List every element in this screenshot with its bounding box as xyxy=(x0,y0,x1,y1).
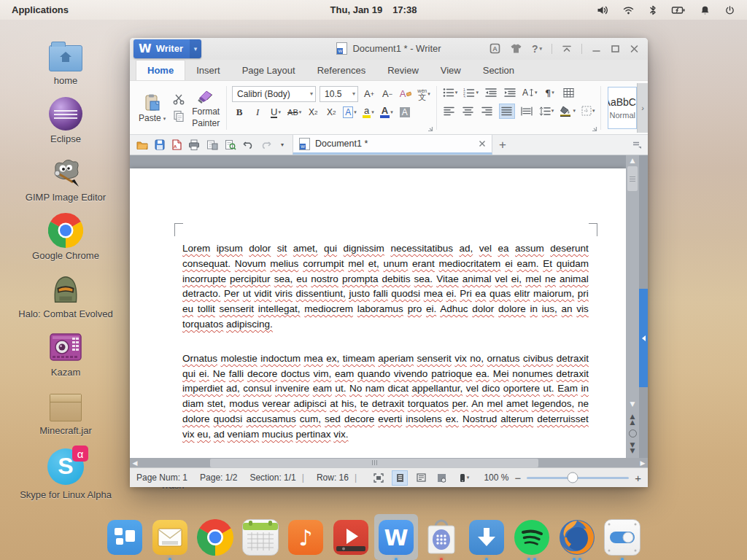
tab-home[interactable]: Home xyxy=(136,60,185,80)
web-layout-view-button[interactable] xyxy=(434,471,449,485)
dock-item-switchboard[interactable] xyxy=(603,518,641,560)
dock-item-multitasking[interactable] xyxy=(106,518,144,560)
font-color-button[interactable]: A▾ xyxy=(379,106,394,120)
decrease-indent-button[interactable] xyxy=(484,86,498,100)
previous-page-icon[interactable]: ▲▲ xyxy=(630,413,635,425)
distribute-button[interactable] xyxy=(519,104,534,118)
bluetooth-icon[interactable] xyxy=(649,4,657,16)
zoom-slider-handle[interactable] xyxy=(568,472,578,483)
zoom-in-button[interactable]: + xyxy=(635,472,641,484)
paragraph-2[interactable]: Ornatus molestie indoctum mea ex, timeam… xyxy=(182,351,589,443)
dock-item-appcenter[interactable] xyxy=(422,518,460,560)
scroll-down-icon[interactable]: ▼ xyxy=(630,399,635,409)
character-shading-button[interactable]: A xyxy=(398,106,412,120)
justify-button[interactable] xyxy=(499,104,515,119)
insert-table-button[interactable] xyxy=(561,86,576,100)
clear-formatting-button[interactable]: A xyxy=(398,87,413,101)
cut-button[interactable] xyxy=(173,94,185,105)
copy-button[interactable] xyxy=(173,110,185,122)
numbering-button[interactable]: 123▾ xyxy=(462,86,479,100)
horizontal-scrollbar[interactable]: ◀ ▶ xyxy=(130,458,648,468)
shrink-font-button[interactable]: A− xyxy=(380,87,395,101)
tab-section[interactable]: Section xyxy=(472,61,525,80)
vertical-scroll-thumb[interactable] xyxy=(627,166,638,191)
undo-button[interactable] xyxy=(243,140,254,149)
paragraph-dialog-launcher[interactable] xyxy=(592,126,597,132)
zoom-out-button[interactable]: − xyxy=(514,472,521,484)
character-border-button[interactable]: A▾ xyxy=(342,106,357,120)
desktop-icon-minecraft[interactable]: Minecraft.jar xyxy=(22,388,109,446)
close-document-icon[interactable] xyxy=(479,140,486,147)
line-spacing-button[interactable]: ▾ xyxy=(538,104,555,118)
help-icon[interactable]: ?▾ xyxy=(532,43,542,55)
collapse-ribbon-icon[interactable] xyxy=(562,44,572,53)
dock-item-music[interactable]: ♪ xyxy=(287,518,325,560)
tab-view[interactable]: View xyxy=(430,61,472,80)
superscript-button[interactable]: X2 xyxy=(306,106,320,120)
wifi-icon[interactable] xyxy=(622,4,635,16)
borders-button[interactable]: ▾ xyxy=(581,104,596,118)
tab-references[interactable]: References xyxy=(306,61,376,80)
skins-icon[interactable] xyxy=(510,43,522,54)
desktop-icon-chrome[interactable]: Google Chrome xyxy=(22,213,109,271)
scroll-left-icon[interactable]: ◀ xyxy=(130,458,140,468)
dock-item-videos[interactable] xyxy=(332,518,370,560)
find-replace-button[interactable] xyxy=(225,139,236,150)
desktop-icon-kazam[interactable]: Kazam xyxy=(22,330,109,388)
select-browse-object-icon[interactable] xyxy=(629,429,637,438)
align-center-button[interactable] xyxy=(461,104,476,118)
increase-indent-button[interactable] xyxy=(503,86,517,100)
dock-item-mail[interactable] xyxy=(151,518,189,560)
power-icon[interactable] xyxy=(724,4,735,16)
show-paragraph-marks-button[interactable]: ¶▾ xyxy=(542,86,557,100)
page-view-button[interactable] xyxy=(392,470,408,486)
shading-button[interactable]: ▾ xyxy=(559,104,576,118)
writer-app-caret[interactable]: ▾ xyxy=(190,39,201,58)
strikethrough-button[interactable]: AB▾ xyxy=(287,106,302,120)
italic-button[interactable]: I xyxy=(250,106,265,120)
fullscreen-view-button[interactable] xyxy=(371,471,386,485)
side-panel-tab[interactable] xyxy=(639,289,648,387)
tab-insert[interactable]: Insert xyxy=(185,61,231,80)
highlight-button[interactable]: a▾ xyxy=(361,106,376,120)
font-name-combo[interactable]: Calibri (Body)▾ xyxy=(232,86,316,102)
scroll-up-icon[interactable]: ▲ xyxy=(630,155,635,166)
underline-button[interactable]: U▾ xyxy=(268,106,283,120)
notifications-icon[interactable] xyxy=(700,4,711,16)
outline-view-button[interactable] xyxy=(414,471,428,485)
tab-page-layout[interactable]: Page Layout xyxy=(231,61,306,80)
tab-list-icon[interactable] xyxy=(632,141,642,149)
vertical-scrollbar[interactable]: ▲ ▼ ▲▲ ▼▼ xyxy=(626,155,639,458)
minimize-button[interactable] xyxy=(592,44,601,53)
next-page-icon[interactable]: ▼▼ xyxy=(630,442,635,454)
new-document-tab-button[interactable]: + xyxy=(492,135,513,155)
grow-font-button[interactable]: A+ xyxy=(362,87,376,101)
desktop-icon-halo[interactable]: Halo: Combat Evolved xyxy=(22,271,109,330)
dock-item-downloads[interactable] xyxy=(468,518,506,560)
docer-templates-icon[interactable]: A xyxy=(489,43,500,54)
battery-icon[interactable] xyxy=(671,4,686,16)
style-normal[interactable]: AaBbCc Normal xyxy=(608,87,637,130)
paragraph-1[interactable]: Lorem ipsum dolor sit amet, qui dignissi… xyxy=(182,241,589,332)
desktop-icon-eclipse[interactable]: Eclipse xyxy=(22,96,109,155)
close-button[interactable] xyxy=(630,44,639,53)
save-button[interactable] xyxy=(155,139,165,150)
mobile-view-button[interactable]: ▾ xyxy=(454,471,473,485)
horizontal-scroll-thumb[interactable] xyxy=(210,459,538,467)
print-button[interactable] xyxy=(188,139,200,150)
text-direction-button[interactable]: A▾ xyxy=(522,86,538,100)
dock-item-calendar[interactable] xyxy=(241,518,279,560)
applications-menu[interactable]: Applications xyxy=(12,4,69,15)
open-file-button[interactable] xyxy=(136,140,148,150)
dock-item-wps-writer[interactable]: W xyxy=(377,518,415,560)
font-dialog-launcher[interactable] xyxy=(427,126,433,132)
desktop-icon-gimp[interactable]: GIMP Image Editor xyxy=(22,155,109,213)
subscript-button[interactable]: X2 xyxy=(324,106,338,120)
dock-item-firefox[interactable] xyxy=(558,518,596,560)
volume-icon[interactable] xyxy=(596,4,608,16)
undo-history-caret[interactable]: ▾ xyxy=(278,141,287,148)
tab-review[interactable]: Review xyxy=(376,61,430,80)
dock-item-chrome[interactable] xyxy=(196,518,234,560)
desktop-icon-home[interactable]: home xyxy=(22,38,109,96)
document-tab[interactable]: Document1 * xyxy=(293,135,492,155)
